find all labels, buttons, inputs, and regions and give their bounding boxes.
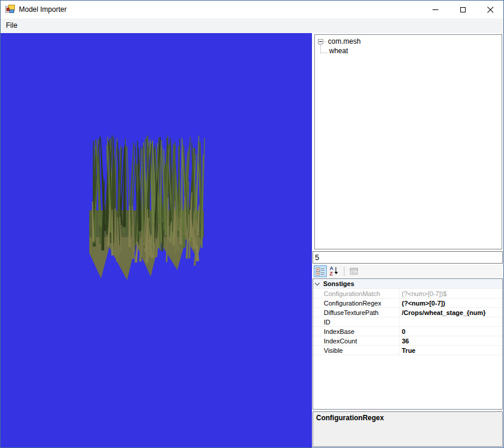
- right-panel: com.meshwheat: [312, 33, 503, 447]
- maximize-icon: [460, 7, 466, 12]
- az-sort-icon: A Z: [330, 266, 339, 277]
- menu-bar: File: [1, 18, 503, 33]
- title-bar: Model Importer: [1, 1, 503, 18]
- tree-item-wheat[interactable]: wheat: [315, 46, 502, 56]
- categorized-icon: [316, 267, 325, 276]
- category-row-sonstiges[interactable]: Sonstiges: [313, 279, 502, 289]
- close-icon: [487, 7, 493, 13]
- property-name[interactable]: Visible: [313, 346, 399, 355]
- tree-item-label: wheat: [329, 47, 348, 55]
- property-row-ConfigurationRegex[interactable]: ConfigurationRegex(?<num>[0-7]): [313, 298, 502, 308]
- minimize-icon: [433, 9, 438, 10]
- help-property-name: ConfigurationRegex: [316, 414, 499, 422]
- property-value[interactable]: [399, 317, 502, 326]
- property-value[interactable]: (?<num>[0-7]): [399, 298, 502, 307]
- chevron-down-icon: [315, 281, 320, 285]
- wheat-model-render: [1, 33, 312, 447]
- toolbar-separator: [344, 267, 344, 276]
- property-pages-button: [347, 265, 360, 277]
- property-help-panel: ConfigurationRegex: [313, 411, 503, 447]
- property-name[interactable]: IndexCount: [313, 336, 399, 345]
- model-viewport-3d[interactable]: [1, 33, 312, 447]
- menu-item-file[interactable]: File: [1, 20, 22, 32]
- property-value[interactable]: (?<num>[0-7])$: [399, 289, 502, 298]
- property-row-DiffuseTexturePath[interactable]: DiffuseTexturePath/Crops/wheat_stage_{nu…: [313, 308, 502, 317]
- property-name[interactable]: ConfigurationRegex: [313, 298, 399, 307]
- stage-input[interactable]: [313, 251, 503, 264]
- window-controls: [422, 1, 503, 18]
- tree-item-com.mesh[interactable]: com.mesh: [315, 37, 502, 46]
- property-name[interactable]: ID: [313, 317, 399, 326]
- app-icon: [5, 5, 15, 14]
- property-name[interactable]: DiffuseTexturePath: [313, 308, 399, 317]
- property-row-Visible[interactable]: VisibleTrue: [313, 346, 502, 355]
- tree-connector-line: [320, 45, 327, 53]
- property-value[interactable]: 36: [399, 336, 502, 345]
- property-row-IndexCount[interactable]: IndexCount36: [313, 336, 502, 346]
- window-title: Model Importer: [19, 5, 67, 14]
- propertygrid-toolbar: A Z: [313, 265, 503, 278]
- property-row-IndexBase[interactable]: IndexBase0: [313, 327, 502, 336]
- property-grid: SonstigesConfigurationMatch(?<num>[0-7])…: [313, 278, 503, 410]
- tree-connector-line: [323, 41, 326, 42]
- alphabetical-sort-button[interactable]: A Z: [327, 265, 340, 277]
- property-pages-icon: [349, 267, 359, 276]
- property-name[interactable]: ConfigurationMatch: [313, 289, 399, 298]
- property-value[interactable]: True: [399, 346, 502, 355]
- close-button[interactable]: [476, 1, 503, 18]
- app-window: Model Importer File com.meshwheat: [0, 0, 504, 448]
- property-value[interactable]: 0: [399, 327, 502, 336]
- maximize-button[interactable]: [449, 1, 476, 18]
- property-name[interactable]: IndexBase: [313, 327, 399, 336]
- tree-collapse-toggle[interactable]: [318, 39, 323, 44]
- property-row-ConfigurationMatch[interactable]: ConfigurationMatch(?<num>[0-7])$: [313, 289, 502, 298]
- tree-item-label: com.mesh: [328, 37, 360, 46]
- property-value[interactable]: /Crops/wheat_stage_{num}: [399, 308, 502, 317]
- category-label: Sonstiges: [323, 280, 355, 287]
- minimize-button[interactable]: [422, 1, 449, 18]
- property-row-ID[interactable]: ID: [313, 317, 502, 327]
- main-split: com.meshwheat: [1, 33, 503, 447]
- mesh-tree: com.meshwheat: [314, 34, 502, 249]
- categorized-button[interactable]: [314, 265, 327, 277]
